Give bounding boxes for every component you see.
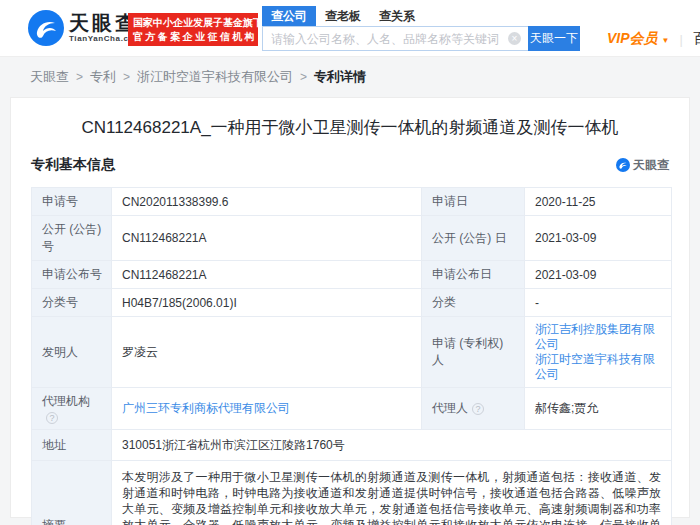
breadcrumb-separator: > <box>123 70 130 84</box>
table-row: 申请公布号 CN112468221A 申请公布日 2021-03-09 <box>32 261 672 289</box>
watermark-text: 天眼查 <box>633 157 669 174</box>
search-tabs: 查公司 查老板 查关系 <box>262 6 580 26</box>
value-publication-date: 2021-03-09 <box>525 216 672 261</box>
tab-search-boss[interactable]: 查老板 <box>316 6 370 26</box>
header-right: VIP会员▼ | 百 <box>607 30 700 48</box>
badge-line1: 国家中小企业发展子基金旗下 <box>133 15 253 30</box>
breadcrumb: 天眼查 > 专利 > 浙江时空道宇科技有限公司 > 专利详情 <box>30 58 366 96</box>
table-row: 地址 310051浙江省杭州市滨江区江陵路1760号 <box>32 430 672 461</box>
label-classification: 分类 <box>422 289 525 317</box>
label-applicant: 申请 (专利权) 人 <box>422 317 525 388</box>
tab-search-company[interactable]: 查公司 <box>262 6 316 26</box>
breadcrumb-current: 专利详情 <box>314 68 366 86</box>
table-row: 代理机构? 广州三环专利商标代理有限公司 代理人? 郝传鑫;贾允 <box>32 388 672 430</box>
patent-detail-page: 天眼查 TianYanCha.com 国家中小企业发展子基金旗下 官方备案企业征… <box>0 0 700 525</box>
value-app-publication-date: 2021-03-09 <box>525 261 672 289</box>
table-row: 申请号 CN202011338399.6 申请日 2020-11-25 <box>32 188 672 216</box>
caret-down-icon: ▼ <box>662 36 670 45</box>
label-app-publication-number: 申请公布号 <box>32 261 112 289</box>
top-header: 天眼查 TianYanCha.com 国家中小企业发展子基金旗下 官方备案企业征… <box>0 0 700 57</box>
help-icon[interactable]: ? <box>472 403 484 415</box>
agent-label-text: 代理人 <box>432 401 468 415</box>
label-agent: 代理人? <box>422 388 525 430</box>
vip-label: VIP会员 <box>607 30 658 46</box>
value-publication-number: CN112468221A <box>112 216 422 261</box>
search-button[interactable]: 天眼一下 <box>528 26 580 51</box>
value-classification-number: H04B7/185(2006.01)I <box>112 289 422 317</box>
label-agency: 代理机构? <box>32 388 112 430</box>
section-title: 专利基本信息 <box>31 156 115 174</box>
patent-info-table: 申请号 CN202011338399.6 申请日 2020-11-25 公开 (… <box>31 187 672 525</box>
table-row: 分类号 H04B7/185(2006.01)I 分类 - <box>32 289 672 317</box>
vip-member-link[interactable]: VIP会员▼ <box>607 30 670 48</box>
label-app-publication-date: 申请公布日 <box>422 261 525 289</box>
value-application-date: 2020-11-25 <box>525 188 672 216</box>
label-abstract: 摘要 <box>32 461 112 525</box>
label-classification-number: 分类号 <box>32 289 112 317</box>
page-title: CN112468221A_一种用于微小卫星测传一体机的射频通道及测传一体机 <box>31 116 669 140</box>
label-publication-number: 公开 (公告) 号 <box>32 216 112 261</box>
toolbox-link[interactable]: 百 <box>693 30 700 48</box>
help-icon[interactable]: ? <box>46 412 58 424</box>
table-row: 公开 (公告) 号 CN112468221A 公开 (公告) 日 2021-03… <box>32 216 672 261</box>
value-agent: 郝传鑫;贾允 <box>525 388 672 430</box>
certification-badge: 国家中小企业发展子基金旗下 官方备案企业征信机构 <box>128 13 258 46</box>
tab-search-relation[interactable]: 查关系 <box>370 6 424 26</box>
search-input[interactable] <box>262 26 528 51</box>
applicant-company-link[interactable]: 浙江时空道宇科技有限公司 <box>535 352 661 382</box>
breadcrumb-home[interactable]: 天眼查 <box>30 68 69 86</box>
value-abstract: 本发明涉及了一种用于微小卫星测传一体机的射频通道及测传一体机，射频通道包括：接收… <box>112 461 672 525</box>
search-module: 查公司 查老板 查关系 × 天眼一下 <box>262 6 580 51</box>
value-app-publication-number: CN112468221A <box>112 261 422 289</box>
value-application-number: CN202011338399.6 <box>112 188 422 216</box>
tianyancha-logo-icon <box>28 10 64 46</box>
label-publication-date: 公开 (公告) 日 <box>422 216 525 261</box>
agency-link[interactable]: 广州三环专利商标代理有限公司 <box>122 400 290 417</box>
label-address: 地址 <box>32 430 112 461</box>
breadcrumb-separator: > <box>300 70 307 84</box>
value-applicant: 浙江吉利控股集团有限公司 浙江时空道宇科技有限公司 <box>525 317 672 388</box>
patent-detail-card: CN112468221A_一种用于微小卫星测传一体机的射频通道及测传一体机 专利… <box>10 97 690 518</box>
search-row: × 天眼一下 <box>262 26 580 51</box>
breadcrumb-company[interactable]: 浙江时空道宇科技有限公司 <box>137 68 293 86</box>
tianyancha-watermark-icon <box>616 158 630 172</box>
label-application-number: 申请号 <box>32 188 112 216</box>
table-row: 摘要 本发明涉及了一种用于微小卫星测传一体机的射频通道及测传一体机，射频通道包括… <box>32 461 672 525</box>
value-agency: 广州三环专利商标代理有限公司 <box>112 388 422 430</box>
label-application-date: 申请日 <box>422 188 525 216</box>
table-row: 发明人 罗凌云 申请 (专利权) 人 浙江吉利控股集团有限公司 浙江时空道宇科技… <box>32 317 672 388</box>
clear-icon[interactable]: × <box>508 32 521 45</box>
applicant-company-link[interactable]: 浙江吉利控股集团有限公司 <box>535 322 661 352</box>
value-classification: - <box>525 289 672 317</box>
section-header: 专利基本信息 天眼查 <box>31 156 669 174</box>
value-address: 310051浙江省杭州市滨江区江陵路1760号 <box>112 430 672 461</box>
breadcrumb-patent[interactable]: 专利 <box>90 68 116 86</box>
badge-line2: 官方备案企业征信机构 <box>133 30 253 44</box>
agency-label-text: 代理机构 <box>42 394 90 408</box>
watermark: 天眼查 <box>616 157 669 174</box>
breadcrumb-separator: > <box>76 70 83 84</box>
header-divider: | <box>680 32 683 47</box>
label-inventor: 发明人 <box>32 317 112 388</box>
value-inventor: 罗凌云 <box>112 317 422 388</box>
tianyancha-logo[interactable]: 天眼查 TianYanCha.com <box>28 10 142 46</box>
